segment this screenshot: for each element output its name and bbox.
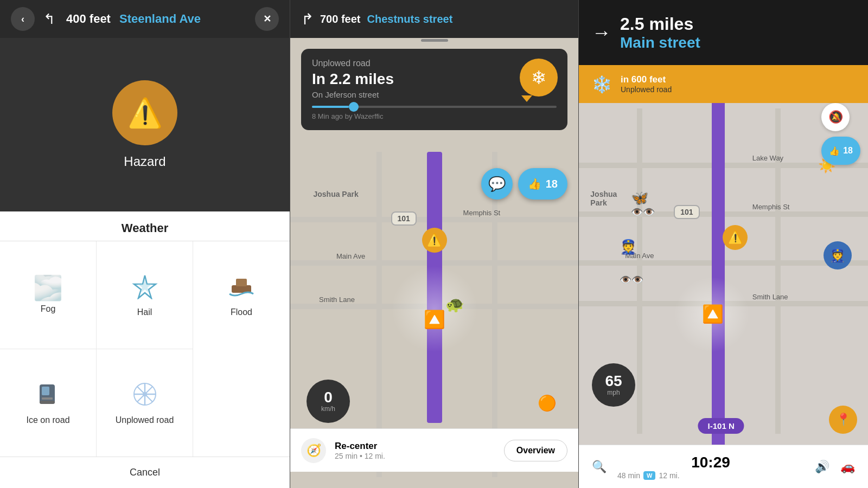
weather-item-unplowed[interactable]: Unplowed road <box>97 349 193 457</box>
p3-waze-char1: 🦋 <box>631 190 648 207</box>
p3-sound-icon[interactable]: 🔊 <box>815 460 829 474</box>
ice-icon <box>35 381 61 411</box>
p3-waze-badge: W <box>643 471 655 480</box>
p3-nav-header: → 2.5 miles Main street <box>579 0 868 65</box>
hazard-section: ⚠️ Hazard <box>0 38 290 211</box>
nav-distance: 700 feet <box>320 13 361 25</box>
svg-point-13 <box>143 392 147 396</box>
p3-search-icon[interactable]: 🔍 <box>592 460 607 474</box>
svg-marker-1 <box>138 279 152 293</box>
p3-turn-arrow: → <box>592 21 611 44</box>
fog-icon: 🌫️ <box>33 276 63 300</box>
p3-lake-way: Lake Way <box>752 154 783 162</box>
hazard-icon-circle: ⚠️ <box>112 80 177 145</box>
weather-header: Weather <box>0 211 290 241</box>
p3-route-101-label: 101 <box>680 208 693 216</box>
speed-value: 0 <box>324 390 333 405</box>
drag-handle <box>421 39 448 42</box>
waze-character: 🐢 <box>445 296 464 313</box>
hazard-pin[interactable]: ⚠️ <box>422 228 447 253</box>
close-button[interactable]: ✕ <box>255 7 279 31</box>
p3-speed-value: 65 <box>605 374 622 389</box>
weather-item-flood[interactable]: Flood <box>193 241 290 349</box>
slider-track <box>312 106 557 108</box>
weather-item-ice[interactable]: Ice on road <box>0 349 97 457</box>
turn-arrow: ↱ <box>301 10 314 28</box>
speed-unit: km/h <box>321 405 335 413</box>
joshua-park-label: Joshua Park <box>313 190 358 198</box>
p3-banner-desc: Unplowed road <box>621 85 672 94</box>
progress-slider[interactable] <box>312 106 557 108</box>
recenter-text: Re-center 25 min • 12 mi. <box>335 441 495 460</box>
p3-bottom-bar: 🔍 10:29 48 min W 12 mi. 🔊 🚗 <box>579 445 868 488</box>
hazard-label: Hazard <box>124 154 165 169</box>
p3-memphis-st: Memphis St <box>752 203 790 211</box>
p3-car-avatar: 🔼 <box>702 304 724 324</box>
nav-street: Chestnuts street <box>367 13 453 25</box>
slider-thumb <box>349 102 359 112</box>
p3-speed-unit: mph <box>607 389 620 396</box>
p3-route-101-badge: 101 <box>674 205 699 219</box>
nav-distance: 400 feet <box>66 12 111 26</box>
p3-location-pin[interactable]: 📍 <box>829 406 857 434</box>
overview-button[interactable]: Overview <box>504 440 567 461</box>
p3-snow-icon: ❄️ <box>592 75 612 94</box>
p3-hazard-pin[interactable]: ⚠️ <box>723 225 748 250</box>
p3-like-count: 18 <box>843 146 853 156</box>
weather-item-hail[interactable]: Hail <box>97 241 193 349</box>
location-pin[interactable]: 🟠 <box>538 394 557 412</box>
p3-waze-char2: 👮 <box>620 239 637 255</box>
p3-thumbs-icon: 👍 <box>829 146 840 156</box>
speed-indicator: 0 km/h <box>307 380 350 423</box>
p3-mute-button[interactable]: 🔕 <box>821 103 850 131</box>
main-ave-label: Main Ave <box>336 252 365 260</box>
back-button[interactable]: ‹ <box>11 7 35 31</box>
nav-header: ‹ ↰ 400 feet Steenland Ave ✕ <box>0 0 290 38</box>
p3-like-button[interactable]: 👍 18 <box>821 137 860 165</box>
p3-alert-banner: ❄️ in 600 feet Unplowed road <box>579 65 868 103</box>
snow-badge: ❄ <box>520 59 558 97</box>
recenter-title: Re-center <box>335 441 495 452</box>
p3-street-v1 <box>637 108 642 434</box>
p3-car-icon[interactable]: 🚗 <box>840 460 855 474</box>
memphis-st-label: Memphis St <box>463 209 501 217</box>
unplowed-icon <box>132 381 158 411</box>
p3-banner-text: in 600 feet Unplowed road <box>621 74 672 94</box>
hail-icon <box>132 273 158 303</box>
slider-fill <box>312 106 349 108</box>
p3-speed-indicator: 65 mph <box>592 363 635 407</box>
alert-card: Unplowed road In 2.2 miles On Jeferson s… <box>301 49 567 130</box>
weather-section: Weather 🌫️ Fog Hail <box>0 211 290 488</box>
p3-banner-distance: in 600 feet <box>621 74 672 85</box>
turn-icon: ↰ <box>43 11 55 28</box>
p3-time-section: 10:29 48 min W 12 mi. <box>617 454 804 480</box>
panel-hazard-weather: ‹ ↰ 400 feet Steenland Ave ✕ ⚠️ Hazard W… <box>0 0 290 488</box>
p3-route-duration: 48 min <box>617 471 640 480</box>
compass-icon[interactable]: 🧭 <box>301 438 326 463</box>
like-button[interactable]: 👍 18 <box>518 168 567 200</box>
weather-item-fog[interactable]: 🌫️ Fog <box>0 241 97 349</box>
snow-badge-tail <box>521 95 532 102</box>
nav-header: ↱ 700 feet Chestnuts street <box>290 0 578 38</box>
alert-street: On Jeferson street <box>312 90 557 99</box>
svg-rect-3 <box>236 279 247 286</box>
p3-nav-distance: 2.5 miles <box>620 14 700 34</box>
chat-button[interactable]: 💬 <box>481 168 513 200</box>
p3-police-avatar: 👮 <box>824 241 852 269</box>
p3-smith-lane: Smith Lane <box>752 293 788 301</box>
flood-icon <box>227 273 256 303</box>
svg-rect-5 <box>42 387 49 395</box>
cancel-button[interactable]: Cancel <box>0 457 290 488</box>
panel-navigation-map: 🔼 ⚠️ 101 I-101 N Memphis St Main Ave Smi… <box>579 0 868 488</box>
recenter-bar: 🧭 Re-center 25 min • 12 mi. Overview <box>290 428 578 472</box>
p3-joshua-park: JoshuaPark <box>590 190 617 207</box>
p3-road-label: I-101 N <box>698 418 744 434</box>
p3-speed-char: 👁️👁️ <box>631 206 655 218</box>
fog-label: Fog <box>41 304 56 314</box>
nav-street: Steenland Ave <box>119 12 201 26</box>
action-buttons: 💬 👍 18 <box>481 168 567 200</box>
p3-time-value: 10:29 <box>617 454 804 471</box>
p3-main-route <box>712 81 725 461</box>
p3-nav-street: Main street <box>620 34 700 52</box>
like-count: 18 <box>546 178 558 190</box>
